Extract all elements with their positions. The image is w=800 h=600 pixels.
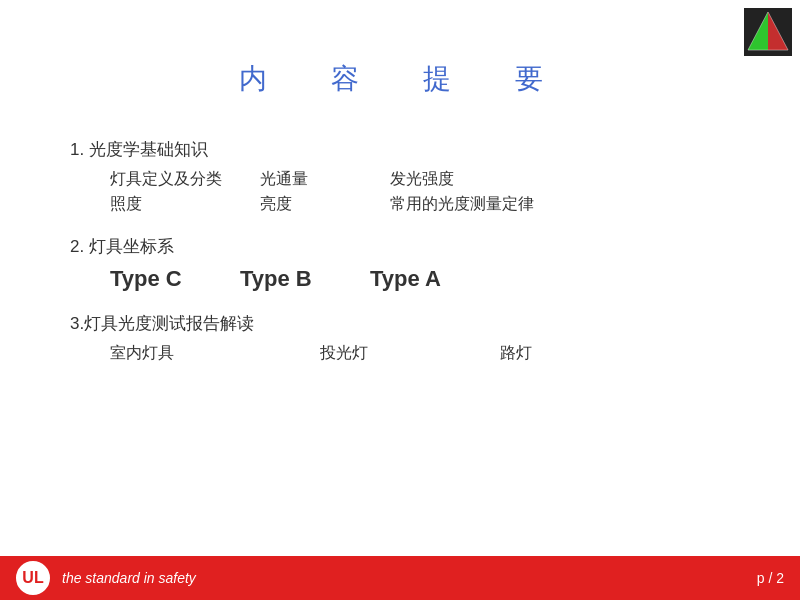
section-3: 3.灯具光度测试报告解读 室内灯具 投光灯 路灯 [70, 312, 730, 364]
section-3-header: 3.灯具光度测试报告解读 [70, 312, 730, 335]
section-1-col3-row2: 常用的光度测量定律 [390, 194, 534, 215]
section-1-header: 1. 光度学基础知识 [70, 138, 730, 161]
section-1-row-2: 照度 亮度 常用的光度测量定律 [110, 194, 730, 215]
section-3-subtypes: 室内灯具 投光灯 路灯 [110, 343, 730, 364]
type-row: Type C Type B Type A [110, 266, 730, 292]
main-content: 内 容 提 要 1. 光度学基础知识 灯具定义及分类 光通量 发光强度 照度 亮… [0, 0, 800, 404]
section-1-col1-row1: 灯具定义及分类 [110, 169, 260, 190]
page-title: 内 容 提 要 [70, 60, 730, 98]
section-1-col1-row2: 照度 [110, 194, 260, 215]
type-c-label: Type C [110, 266, 240, 292]
section-2-header: 2. 灯具坐标系 [70, 235, 730, 258]
type-a-label: Type A [370, 266, 500, 292]
color-profile-icon [744, 8, 792, 56]
subtype-floodlight: 投光灯 [320, 343, 500, 364]
section-1: 1. 光度学基础知识 灯具定义及分类 光通量 发光强度 照度 亮度 常用的光度测… [70, 138, 730, 215]
subtype-indoor: 室内灯具 [110, 343, 320, 364]
page-number: p / 2 [757, 570, 784, 586]
tagline: the standard in safety [62, 570, 196, 586]
section-1-col2-row2: 亮度 [260, 194, 390, 215]
section-1-row-1: 灯具定义及分类 光通量 发光强度 [110, 169, 730, 190]
section-2: 2. 灯具坐标系 Type C Type B Type A [70, 235, 730, 292]
section-1-col2-row1: 光通量 [260, 169, 390, 190]
ul-logo: UL [16, 561, 50, 595]
bottom-left: UL the standard in safety [16, 561, 196, 595]
subtype-streetlight: 路灯 [500, 343, 532, 364]
type-b-label: Type B [240, 266, 370, 292]
bottom-bar: UL the standard in safety p / 2 [0, 556, 800, 600]
section-1-col3-row1: 发光强度 [390, 169, 454, 190]
